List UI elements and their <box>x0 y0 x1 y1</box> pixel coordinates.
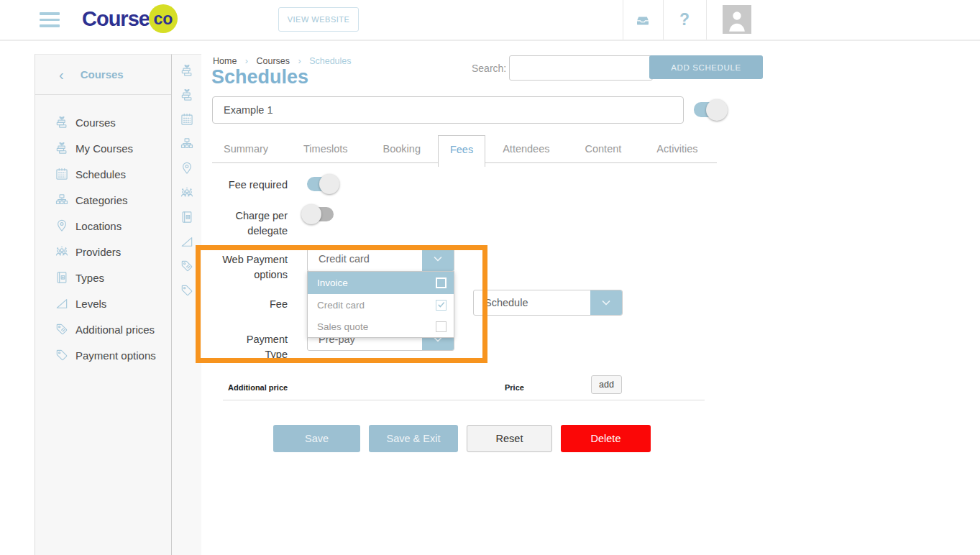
sidebar-item-label: Payment options <box>75 349 156 362</box>
types-icon[interactable] <box>180 210 194 224</box>
sidebar-item-courses[interactable]: Courses <box>35 109 171 135</box>
breadcrumb: Home › Courses › Schedules <box>213 56 352 66</box>
charge-per-delegate-toggle[interactable] <box>307 207 334 221</box>
add-price-button[interactable]: add <box>591 375 622 394</box>
chevron-down-icon <box>600 297 612 308</box>
avatar[interactable] <box>723 5 751 34</box>
schedule-name-input[interactable] <box>212 96 684 124</box>
sidebar: ‹ Courses Courses My Courses Schedules C… <box>35 54 171 555</box>
web-payment-select[interactable]: Credit card <box>307 246 454 272</box>
sidebar-item-payment-options[interactable]: Payment options <box>35 342 171 368</box>
checkbox-unchecked-icon[interactable] <box>436 321 447 332</box>
page-title: Schedules <box>211 66 308 88</box>
schedules-icon <box>55 167 69 181</box>
menu-item-label: Credit card <box>317 300 365 311</box>
sidebar-item-label: Courses <box>75 116 116 129</box>
menu-item-sales-quote[interactable]: Sales quote <box>308 316 454 337</box>
my-courses-icon[interactable] <box>180 88 194 102</box>
menu-icon[interactable] <box>40 12 60 31</box>
add-schedule-button[interactable]: ADD SCHEDULE <box>649 55 763 79</box>
chevron-down-icon <box>432 253 444 265</box>
reset-button[interactable]: Reset <box>467 425 552 452</box>
logo-badge: co <box>149 4 178 33</box>
save-button[interactable]: Save <box>273 425 360 452</box>
table-divider <box>223 400 705 400</box>
courses-icon[interactable] <box>180 63 194 78</box>
sidebar-item-schedules[interactable]: Schedules <box>35 161 171 187</box>
tab-attendees[interactable]: Attendees <box>491 135 561 162</box>
web-payment-selected-value: Credit card <box>308 247 422 271</box>
sidebar-item-label: Categories <box>75 194 128 206</box>
locations-icon[interactable] <box>180 161 194 175</box>
user-icon <box>723 5 751 34</box>
checkbox-checked-icon[interactable] <box>436 300 447 311</box>
fee-schedule-select-button[interactable] <box>590 290 622 315</box>
payment-options-icon[interactable] <box>180 283 194 298</box>
breadcrumb-schedules: Schedules <box>309 56 351 66</box>
sidebar-item-label: Providers <box>75 246 121 258</box>
sidebar-item-label: Levels <box>75 298 106 310</box>
breadcrumb-home[interactable]: Home <box>213 56 237 66</box>
sidebar-item-locations[interactable]: Locations <box>35 213 171 239</box>
breadcrumb-courses[interactable]: Courses <box>256 56 290 66</box>
tab-booking[interactable]: Booking <box>372 135 432 162</box>
additional-prices-icon[interactable] <box>180 259 194 273</box>
providers-icon[interactable] <box>180 185 194 200</box>
sidebar-item-label: My Courses <box>75 142 133 155</box>
search-label: Search: <box>472 63 506 74</box>
categories-icon[interactable] <box>180 137 194 151</box>
breadcrumb-separator: › <box>298 56 301 66</box>
sidebar-item-categories[interactable]: Categories <box>35 187 171 213</box>
menu-item-credit-card[interactable]: Credit card <box>308 294 454 316</box>
sidebar-item-additional-prices[interactable]: Additional prices <box>35 316 171 342</box>
app-header: Course co VIEW WEBSITE ? <box>0 0 980 41</box>
header-divider <box>706 0 707 40</box>
sidebar-item-my-courses[interactable]: My Courses <box>35 135 171 161</box>
save-and-exit-button[interactable]: Save & Exit <box>369 425 458 452</box>
tab-activities[interactable]: Activities <box>645 135 709 162</box>
schedules-icon[interactable] <box>180 112 194 127</box>
schedule-active-toggle[interactable] <box>694 102 722 117</box>
sidebar-item-label: Types <box>75 272 104 284</box>
view-website-button[interactable]: VIEW WEBSITE <box>278 7 359 32</box>
my-courses-icon <box>55 141 69 155</box>
web-payment-select-button[interactable] <box>422 247 454 271</box>
app-logo[interactable]: Course co <box>82 4 178 33</box>
providers-icon <box>55 244 69 259</box>
search-input[interactable] <box>509 55 653 81</box>
sidebar-menu: Courses My Courses Schedules Categories … <box>35 109 171 368</box>
courses-icon <box>55 115 69 129</box>
levels-icon[interactable] <box>180 234 194 249</box>
tab-content[interactable]: Content <box>574 135 633 162</box>
sidebar-item-providers[interactable]: Providers <box>35 239 171 265</box>
payment-type-label: Payment Type <box>230 332 288 362</box>
menu-item-invoice[interactable]: Invoice <box>308 272 454 294</box>
logo-text: Course <box>82 7 150 31</box>
web-payment-options-label: Web Payment options <box>212 252 288 283</box>
tab-timeslots[interactable]: Timeslots <box>292 135 360 162</box>
types-icon <box>55 270 69 285</box>
additional-prices-icon <box>55 322 69 336</box>
tab-bar: Summary Timeslots Booking Fees Attendees… <box>212 135 717 163</box>
additional-price-column-header: Additional price <box>228 383 288 392</box>
payment-options-icon <box>55 348 69 362</box>
inbox-button[interactable] <box>623 0 663 40</box>
price-column-header: Price <box>505 383 524 392</box>
menu-item-label: Sales quote <box>317 321 368 332</box>
menu-item-label: Invoice <box>317 278 348 288</box>
locations-icon <box>55 219 69 233</box>
sidebar-item-label: Additional prices <box>75 324 155 336</box>
sidebar-item-levels[interactable]: Levels <box>35 290 171 316</box>
sidebar-item-label: Locations <box>75 220 122 232</box>
chevron-left-icon: ‹ <box>59 68 64 81</box>
fee-required-toggle[interactable] <box>307 177 334 191</box>
sidebar-item-types[interactable]: Types <box>35 265 171 290</box>
sidebar-back[interactable]: ‹ Courses <box>35 55 171 95</box>
fee-schedule-select[interactable]: Schedule <box>473 290 623 316</box>
delete-button[interactable]: Delete <box>561 425 651 452</box>
tab-summary[interactable]: Summary <box>212 135 280 162</box>
tab-fees[interactable]: Fees <box>438 135 485 167</box>
help-button[interactable]: ? <box>663 0 706 40</box>
checkbox-unchecked-icon[interactable] <box>436 278 447 288</box>
fee-schedule-selected-value: Schedule <box>474 290 590 315</box>
